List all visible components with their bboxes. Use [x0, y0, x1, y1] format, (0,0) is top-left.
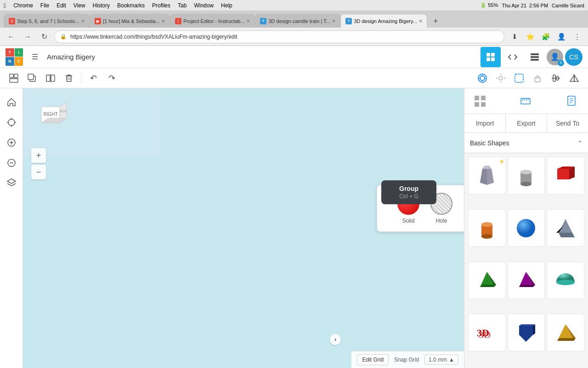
canvas-area[interactable]: RIGHT BCK + − › Group Ctrl + G [23, 88, 464, 368]
align-icon [551, 73, 561, 83]
tooltip-label: Group [389, 185, 429, 192]
browser-tab-1[interactable]: S Step 5, 6, and 7 | Schoolo... × [4, 14, 90, 28]
crosshair-button[interactable] [3, 114, 20, 131]
zoom-in-overlay-button[interactable]: + [31, 148, 46, 163]
view-cube[interactable]: RIGHT BCK [32, 98, 69, 134]
shape-item-half-sphere[interactable] [547, 262, 584, 299]
menu-help[interactable]: Help [221, 2, 232, 9]
light-button[interactable] [492, 70, 509, 86]
hamburger-icon[interactable]: ☰ [28, 50, 42, 64]
list-view-button[interactable] [525, 47, 545, 67]
layers-button[interactable] [3, 175, 20, 191]
menu-chrome[interactable]: Chrome [13, 2, 33, 9]
menu-history[interactable]: History [93, 2, 110, 9]
user-avatar[interactable]: CS [565, 48, 582, 66]
browser-tab-2[interactable]: ▶ [1 hour] Mia & Sebastia... × [90, 14, 170, 28]
tab-close-5[interactable]: × [419, 17, 423, 24]
tab-close-1[interactable]: × [81, 17, 85, 24]
shape-item-mountain[interactable] [547, 209, 584, 247]
menu-tab[interactable]: Tab [178, 2, 187, 9]
shape-svg-2 [512, 162, 540, 190]
tab-close-2[interactable]: × [162, 17, 165, 24]
download-icon[interactable]: ⬇ [508, 30, 521, 43]
home-button[interactable] [3, 94, 20, 110]
panel-grid-icon[interactable] [470, 91, 490, 111]
more-options-icon[interactable]: ⋮ [571, 30, 583, 43]
send-to-button[interactable]: Send To [547, 114, 588, 132]
zoom-out-button[interactable] [3, 155, 20, 171]
panel-ruler-icon[interactable] [516, 91, 537, 111]
shape-item-arrow[interactable] [508, 314, 545, 351]
shape-item-sphere[interactable] [508, 209, 545, 247]
panel-ruler-svg [520, 95, 533, 108]
tab-close-4[interactable]: × [332, 17, 336, 24]
refresh-button[interactable]: ↻ [38, 30, 51, 43]
bookmark-icon[interactable]: ⭐ [524, 30, 537, 43]
undo-button[interactable]: ↶ [85, 70, 102, 86]
svg-rect-99 [481, 102, 486, 107]
duplicate-button[interactable] [24, 70, 40, 86]
mirror-button[interactable] [42, 70, 59, 86]
dropdown-arrow-icon: ⌃ [578, 140, 582, 146]
tab-close-3[interactable]: × [247, 17, 250, 24]
shape-item-twisted-box[interactable]: ★ [468, 157, 506, 195]
shape-item-3d-text[interactable]: 3D 3D [468, 314, 506, 351]
code-view-button[interactable] [503, 47, 523, 67]
shapes-dropdown[interactable]: Basic Shapes ⌃ [464, 133, 588, 153]
browser-tab-5[interactable]: T 3D design Amazing Bigery... × [340, 14, 427, 28]
snap-value[interactable]: 1.0 mm ▲ [424, 355, 458, 365]
panel-toggle-button[interactable]: › [330, 334, 341, 345]
shape-item-box[interactable] [547, 157, 584, 195]
shape-item-pyramid-green[interactable] [468, 262, 506, 299]
shape-item-pyramid-yellow[interactable] [547, 314, 584, 351]
camera-button[interactable] [474, 70, 491, 86]
back-button[interactable]: ← [5, 30, 17, 43]
datetime: Thu Apr 21 2:56 PM [502, 3, 548, 8]
address-bar[interactable]: 🔒 https://www.tinkercad.com/things/bsdVX… [54, 30, 504, 43]
menu-profiles[interactable]: Profiles [152, 2, 170, 9]
shape-item-pyramid-purple[interactable] [508, 262, 545, 299]
new-tab-button[interactable]: + [429, 15, 442, 28]
shape-item-cylinder[interactable] [508, 157, 545, 195]
svg-point-24 [499, 76, 503, 80]
lock-button[interactable] [529, 70, 546, 86]
grid-view-button[interactable] [481, 47, 501, 67]
extensions-icon[interactable]: 🧩 [539, 30, 552, 43]
group-button[interactable] [6, 70, 22, 86]
shape-item-cylinder-orange[interactable] [468, 209, 506, 247]
svg-marker-131 [519, 285, 535, 287]
url-text: https://www.tinkercad.com/things/bsdVXAL… [70, 34, 237, 40]
profile-icon[interactable]: 👤 [555, 30, 568, 43]
mac-menubar:  Chrome File Edit View History Bookmark… [0, 0, 588, 11]
svg-rect-2 [486, 58, 490, 61]
menu-edit[interactable]: Edit [57, 2, 66, 9]
apple-menu[interactable]:  [4, 2, 6, 9]
menu-file[interactable]: File [40, 2, 49, 9]
align-button[interactable] [548, 70, 564, 86]
list-view-icon [530, 52, 540, 62]
edit-grid-button[interactable]: Edit Grid [357, 354, 389, 365]
tab-favicon-5: T [345, 18, 352, 24]
import-button[interactable]: Import [464, 114, 506, 132]
mirror-icon [45, 73, 56, 83]
delete-button[interactable] [61, 70, 77, 86]
group-tooltip: Group Ctrl + G [381, 180, 436, 204]
add-user-button[interactable]: 👤 + [547, 49, 563, 65]
menu-window[interactable]: Window [194, 2, 214, 9]
forward-button[interactable]: → [21, 30, 34, 43]
browser-tab-3[interactable]: i Project Editor - Instructab... × [170, 14, 255, 28]
svg-marker-23 [479, 77, 481, 79]
shapes-grid: ★ [464, 153, 588, 368]
redo-button[interactable]: ↷ [103, 70, 120, 86]
zoom-in-button[interactable] [3, 134, 20, 151]
export-button[interactable]: Export [506, 114, 547, 132]
zoom-out-overlay-button[interactable]: − [31, 165, 46, 179]
tooltip-shortcut: Ctrl + G [389, 193, 429, 200]
main-layout: RIGHT BCK + − › Group Ctrl + G [0, 88, 588, 368]
menu-bookmarks[interactable]: Bookmarks [117, 2, 145, 9]
flip-button[interactable] [566, 70, 582, 86]
browser-tab-4[interactable]: T 3D design camille train | T... × [255, 14, 340, 28]
panel-notes-icon[interactable] [562, 91, 582, 111]
select-button[interactable] [511, 70, 527, 86]
menu-view[interactable]: View [74, 2, 85, 9]
